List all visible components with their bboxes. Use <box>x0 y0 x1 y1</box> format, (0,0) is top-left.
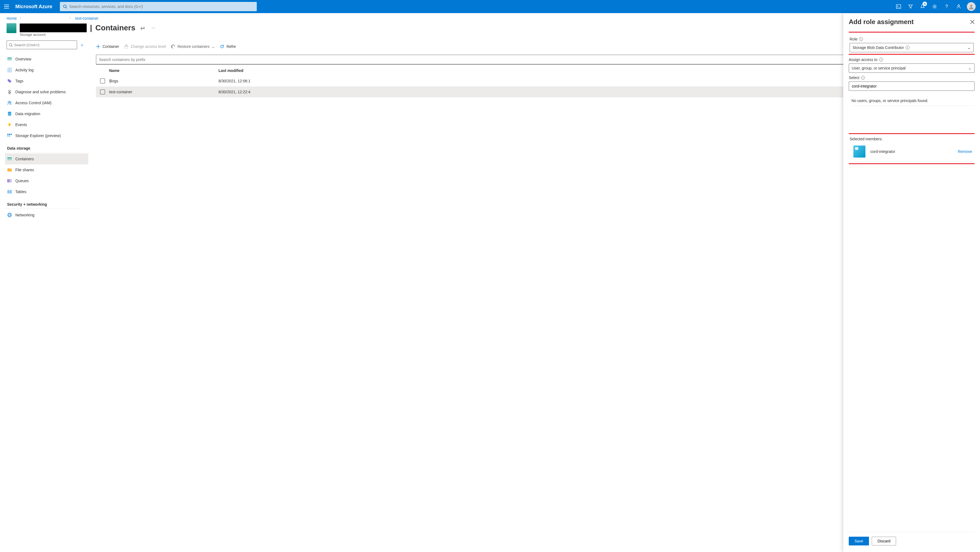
no-results-message: No users, groups, or service principals … <box>851 99 975 106</box>
menu-toggle[interactable] <box>2 2 11 11</box>
diagnose-icon <box>7 89 12 94</box>
plus-icon <box>96 44 100 49</box>
containers-icon <box>7 156 12 161</box>
sidebar-item-storage-explorer[interactable]: Storage Explorer (preview) <box>5 130 88 141</box>
sidebar-item-overview[interactable]: Overview <box>5 54 88 65</box>
overview-icon <box>7 57 12 62</box>
sidebar-item-iam[interactable]: Access Control (IAM) <box>5 97 88 108</box>
feedback-button[interactable] <box>953 0 965 13</box>
sidebar-item-events[interactable]: Events <box>5 119 88 130</box>
directories-button[interactable] <box>905 0 916 13</box>
sidebar-item-file-shares[interactable]: File shares <box>5 164 88 175</box>
svg-rect-38 <box>125 46 128 48</box>
pin-icon <box>140 26 145 30</box>
discard-button[interactable]: Discard <box>872 537 896 546</box>
sidebar-item-label: Data migration <box>15 112 40 116</box>
breadcrumb-home[interactable]: Home <box>6 16 17 21</box>
selected-member-row: cord-integrator Remove <box>850 142 974 162</box>
select-input[interactable] <box>849 81 975 91</box>
svg-line-1 <box>66 7 67 8</box>
notifications-button[interactable]: 4 <box>916 0 929 13</box>
role-value: Storage Blob Data Contributor <box>853 45 904 50</box>
notification-badge: 4 <box>923 2 927 6</box>
resource-subtype: Storage account <box>0 33 980 37</box>
sidebar-item-label: Events <box>15 123 27 127</box>
global-search-input[interactable] <box>69 4 253 9</box>
sidebar-item-tables[interactable]: Tables <box>5 186 88 197</box>
row-name[interactable]: $logs <box>109 79 218 83</box>
sidebar-search-input[interactable] <box>14 43 75 47</box>
sidebar-item-queues[interactable]: Queues <box>5 175 88 186</box>
row-checkbox[interactable] <box>100 89 105 94</box>
sidebar-item-tags[interactable]: Tags <box>5 75 88 86</box>
svg-rect-22 <box>7 136 8 137</box>
search-icon <box>63 5 67 8</box>
role-label: Rolei <box>850 37 974 41</box>
chevron-down-icon: ⌄ <box>212 44 215 49</box>
sidebar-item-activity-log[interactable]: Activity log <box>5 65 88 75</box>
sidebar-group-security: Security + networking <box>5 197 81 209</box>
svg-rect-20 <box>9 134 10 135</box>
storage-account-icon <box>6 23 16 33</box>
sidebar-item-label: Access Control (IAM) <box>15 101 51 105</box>
chevron-double-left-icon: « <box>81 43 83 47</box>
svg-rect-2 <box>896 5 901 8</box>
cloud-shell-button[interactable] <box>892 0 905 13</box>
undo-icon <box>171 44 175 49</box>
collapse-sidebar-button[interactable]: « <box>81 43 83 47</box>
global-search[interactable] <box>60 2 257 11</box>
svg-rect-30 <box>7 190 12 193</box>
sidebar-item-containers[interactable]: Containers <box>5 153 88 164</box>
sidebar-item-label: Tags <box>15 79 24 83</box>
remove-member-button[interactable]: Remove <box>958 149 972 154</box>
info-icon[interactable]: i <box>905 46 910 49</box>
svg-point-17 <box>10 102 11 103</box>
breadcrumb-current[interactable]: test-container <box>75 16 99 21</box>
close-panel-button[interactable] <box>970 20 975 24</box>
filter-icon <box>908 4 913 9</box>
more-button[interactable]: ⋯ <box>150 24 157 32</box>
role-dropdown[interactable]: Storage Blob Data Contributori ⌄ <box>850 43 974 52</box>
sidebar-item-data-migration[interactable]: Data migration <box>5 108 88 119</box>
tool-label: Refre <box>226 44 236 49</box>
sidebar-item-networking[interactable]: Networking <box>5 209 88 220</box>
topbar: Microsoft Azure 4 ? <box>0 0 980 13</box>
row-checkbox[interactable] <box>100 78 105 83</box>
change-access-level-button: Change access level <box>124 44 166 49</box>
sidebar-item-label: Networking <box>15 213 35 217</box>
gear-icon <box>932 4 937 9</box>
info-icon[interactable]: i <box>861 76 865 80</box>
brand-label[interactable]: Microsoft Azure <box>15 4 52 10</box>
info-icon[interactable]: i <box>879 58 883 62</box>
sidebar-search[interactable] <box>6 40 77 49</box>
svg-point-5 <box>970 5 972 7</box>
row-name[interactable]: test-container <box>109 90 218 94</box>
svg-rect-28 <box>9 179 10 182</box>
hamburger-icon <box>4 5 9 8</box>
highlight-selected-members: Selected members: cord-integrator Remove <box>849 133 975 164</box>
refresh-icon <box>220 44 224 49</box>
sidebar-item-label: Containers <box>15 157 34 161</box>
app-icon <box>853 145 865 158</box>
restore-containers-button[interactable]: Restore containers ⌄ <box>171 44 215 49</box>
add-container-button[interactable]: Container <box>96 44 119 49</box>
assign-access-dropdown[interactable]: User, group, or service principal ⌄ <box>849 64 975 73</box>
settings-button[interactable] <box>929 0 940 13</box>
search-icon <box>9 43 13 47</box>
chevron-down-icon: ⌄ <box>967 45 971 50</box>
info-icon[interactable]: i <box>859 37 863 41</box>
sidebar-item-diagnose[interactable]: Diagnose and solve problems <box>5 86 88 97</box>
save-button[interactable]: Save <box>849 537 869 546</box>
events-icon <box>7 122 12 127</box>
account-avatar[interactable] <box>967 2 975 11</box>
storage-explorer-icon <box>7 133 12 138</box>
pin-button[interactable] <box>138 24 146 32</box>
queues-icon <box>7 178 12 183</box>
column-name[interactable]: Name <box>109 69 218 73</box>
svg-point-15 <box>9 93 10 94</box>
svg-point-4 <box>958 5 959 6</box>
activity-log-icon <box>7 67 12 72</box>
svg-rect-25 <box>7 159 12 160</box>
refresh-button[interactable]: Refre <box>220 44 236 49</box>
help-button[interactable]: ? <box>940 0 953 13</box>
